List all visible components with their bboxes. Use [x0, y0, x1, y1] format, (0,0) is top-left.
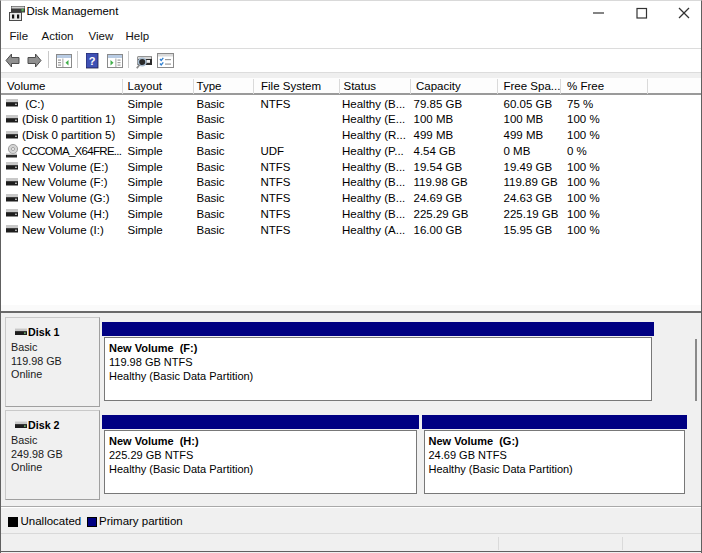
- svg-text:?: ?: [89, 55, 96, 67]
